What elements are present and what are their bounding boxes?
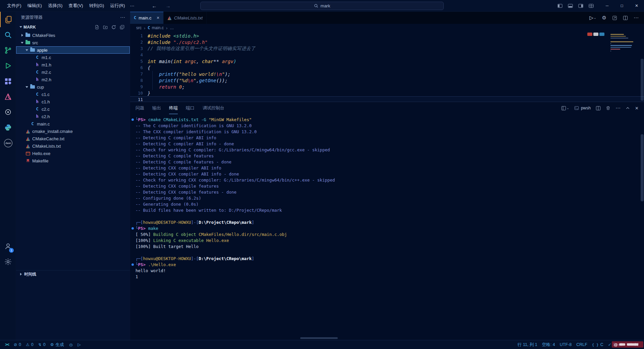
activity-json[interactable]: Json <box>0 135 15 151</box>
tree-item-cup[interactable]: cup <box>16 83 130 91</box>
tree-item-c2.h[interactable]: hc2.h <box>16 113 130 120</box>
forward-icon[interactable]: → <box>165 3 170 9</box>
activity-python[interactable] <box>0 120 15 135</box>
tree-item-CMakeFiles[interactable]: CMakeFiles <box>16 32 130 39</box>
breadcrumb[interactable]: src›Cmain.c›… <box>130 24 644 32</box>
minimap[interactable] <box>610 34 639 53</box>
new-file-icon[interactable] <box>95 25 99 30</box>
activity-accounts[interactable]: 1 <box>0 239 15 254</box>
more-actions-icon[interactable]: ⋯ <box>615 105 621 111</box>
activity-explorer[interactable] <box>0 12 15 27</box>
toggle-panel-icon[interactable] <box>568 3 573 8</box>
menu-item-1[interactable]: 编辑(E) <box>24 2 45 10</box>
tab-main.c[interactable]: Cmain.c✕ <box>130 12 164 24</box>
terminal-hscrollbar[interactable] <box>300 337 338 339</box>
explorer-section-header[interactable]: MARK <box>16 23 130 31</box>
menu-item-2[interactable]: 选择(S) <box>45 2 65 10</box>
code-line-10[interactable]: 10} <box>130 90 644 96</box>
launch-profile-icon[interactable]: ⌄ <box>561 106 569 111</box>
window-minimize-button[interactable]: ─ <box>600 0 614 11</box>
status-cmake-build[interactable]: ⚙生成 <box>48 340 66 349</box>
tree-item-Hello.exe[interactable]: Hello.exe <box>16 150 130 157</box>
split-editor-icon[interactable] <box>623 15 628 20</box>
code-line-5[interactable]: 5int main(int argc, char** argv) <box>130 58 644 64</box>
tab-CMakeLists.txt[interactable]: CMakeLists.txt <box>164 12 207 24</box>
window-maximize-button[interactable]: □ <box>614 0 629 11</box>
activity-run-debug[interactable] <box>0 58 15 73</box>
tree-item-apple[interactable]: apple <box>16 46 130 54</box>
close-tab-icon[interactable]: ✕ <box>157 16 160 20</box>
code-line-9[interactable]: 9 return 0; <box>130 84 644 90</box>
back-icon[interactable]: ← <box>152 3 157 9</box>
panel-tab-调试控制台[interactable]: 调试控制台 <box>203 102 224 114</box>
activity-source-control[interactable] <box>0 43 15 58</box>
tree-item-m2.c[interactable]: Cm2.c <box>16 68 130 76</box>
open-changes-icon[interactable] <box>612 15 617 20</box>
new-folder-icon[interactable] <box>103 25 108 30</box>
menu-overflow-icon[interactable]: ⋯ <box>128 2 136 9</box>
settings-icon[interactable]: ⚙ <box>602 15 606 21</box>
shell-icon[interactable]: pwsh <box>574 106 591 110</box>
tree-item-m1.h[interactable]: hm1.h <box>16 61 130 68</box>
activity-search[interactable] <box>0 27 15 43</box>
menu-item-5[interactable]: 运行(R) <box>107 2 128 10</box>
terminal[interactable]: └PS> cmake CMakeLists.txt -G "MinGW Make… <box>130 114 644 340</box>
tree-item-c1.c[interactable]: Cc1.c <box>16 91 130 98</box>
status-warnings[interactable]: ⚠0 <box>23 340 36 349</box>
status-eol[interactable]: CRLF <box>574 340 590 349</box>
tree-item-Makefile[interactable]: MMakefile <box>16 157 130 164</box>
panel-tab-终端[interactable]: 终端 <box>169 102 178 114</box>
code-line-8[interactable]: 8 printf("%d\n",getOne()); <box>130 77 644 84</box>
menu-item-0[interactable]: 文件(F) <box>4 2 24 10</box>
status-run[interactable]: ▷ <box>75 340 83 349</box>
tree-item-CMakeLists.txt[interactable]: CMakeLists.txt <box>16 142 130 150</box>
breadcrumb-item[interactable]: Cmain.c <box>148 26 164 30</box>
code-line-6[interactable]: 6{ <box>130 64 644 71</box>
timeline-section[interactable]: 时间线 <box>16 270 130 278</box>
panel-tab-端口[interactable]: 端口 <box>186 102 195 114</box>
tree-item-m2.h[interactable]: hm2.h <box>16 76 130 83</box>
tree-item-CMakeCache.txt[interactable]: CMakeCache.txt <box>16 135 130 142</box>
tree-item-cmake_install.cmake[interactable]: cmake_install.cmake <box>16 128 130 135</box>
status-indentation[interactable]: 空格: 4 <box>540 340 557 349</box>
breadcrumb-item[interactable]: … <box>170 26 174 30</box>
toggle-primary-sidebar-icon[interactable] <box>557 3 562 8</box>
close-panel-icon[interactable]: ✕ <box>635 106 639 111</box>
activity-target[interactable] <box>0 104 15 120</box>
code-line-1[interactable]: 1#include <stdio.h> <box>130 33 644 39</box>
tree-item-m1.c[interactable]: Cm1.c <box>16 54 130 61</box>
panel-tab-问题[interactable]: 问题 <box>136 102 144 114</box>
code-line-7[interactable]: 7 printf("hello world!\n"); <box>130 71 644 77</box>
status-cursor-position[interactable]: 行 11, 列 1 <box>515 340 540 349</box>
kill-terminal-icon[interactable] <box>606 106 610 110</box>
tree-item-c2.c[interactable]: Cc2.c <box>16 105 130 113</box>
collapse-all-icon[interactable] <box>120 25 124 30</box>
code-line-2[interactable]: 2#include "./cup/c2.h" <box>130 39 644 45</box>
activity-extensions[interactable] <box>0 73 15 89</box>
status-remote[interactable]: >< <box>3 340 11 349</box>
run-file-icon[interactable]: ▷⌄ <box>589 15 596 21</box>
more-actions-icon[interactable]: ⋯ <box>634 15 639 21</box>
activity-cmake[interactable] <box>0 89 15 104</box>
code-line-11[interactable]: 11 <box>130 96 644 102</box>
activity-settings[interactable] <box>0 254 15 269</box>
status-debug[interactable] <box>66 340 75 349</box>
status-errors[interactable]: ⊘0 <box>11 340 23 349</box>
menu-item-3[interactable]: 查看(V) <box>65 2 86 10</box>
tree-item-main.c[interactable]: Cmain.c <box>16 120 130 128</box>
code-line-3[interactable]: 3// 我特地在这里引用一个头文件证明确实写进去了 <box>130 45 644 52</box>
command-center-search[interactable]: mark <box>200 2 444 10</box>
tree-item-src[interactable]: src <box>16 39 130 46</box>
maximize-panel-icon[interactable] <box>626 106 630 110</box>
code-line-4[interactable]: 4 <box>130 52 644 58</box>
refresh-icon[interactable] <box>111 25 116 30</box>
status-ports[interactable]: ↯0 <box>36 340 48 349</box>
code-editor[interactable]: 1#include <stdio.h>2#include "./cup/c2.h… <box>130 32 644 102</box>
more-actions-icon[interactable]: ⋯ <box>120 14 125 20</box>
status-language-mode[interactable]: { }C <box>590 340 606 349</box>
menu-item-4[interactable]: 转到(G) <box>86 2 107 10</box>
window-close-button[interactable]: ✕ <box>629 0 644 11</box>
tree-item-c1.h[interactable]: hc1.h <box>16 98 130 105</box>
split-terminal-icon[interactable] <box>596 106 601 111</box>
toggle-secondary-sidebar-icon[interactable] <box>578 3 583 8</box>
